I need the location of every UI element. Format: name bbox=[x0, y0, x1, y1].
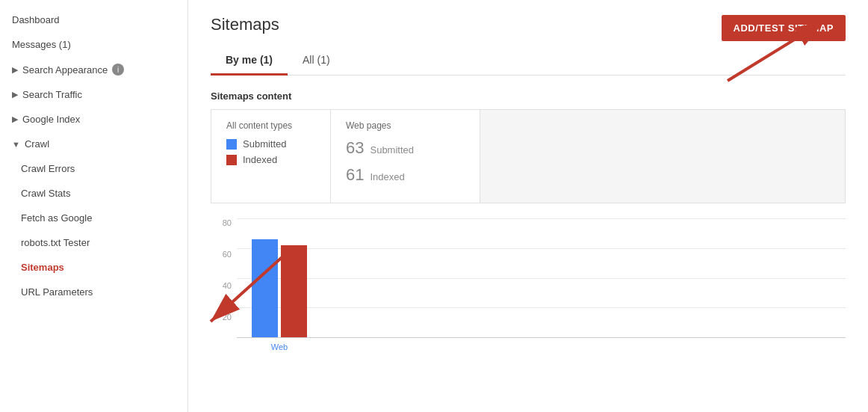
info-icon: i bbox=[112, 64, 124, 76]
main-content: Sitemaps ADD/TEST SITEMAP By me (1) All … bbox=[188, 0, 868, 412]
gridline-60 bbox=[237, 248, 846, 249]
gridline-20 bbox=[237, 307, 846, 308]
chevron-down-icon: ▼ bbox=[12, 140, 20, 149]
sidebar-item-label: Crawl Stats bbox=[21, 188, 70, 199]
add-test-sitemap-button[interactable]: ADD/TEST SITEMAP bbox=[722, 15, 846, 41]
sidebar: Dashboard Messages (1) ▶ Search Appearan… bbox=[0, 0, 188, 412]
content-section-title: Sitemaps content bbox=[211, 90, 846, 102]
y-label-20: 20 bbox=[211, 313, 232, 322]
submitted-stat-label: Submitted bbox=[370, 144, 414, 156]
chevron-right-icon: ▶ bbox=[12, 90, 18, 99]
indexed-stat: 61 Indexed bbox=[346, 165, 465, 185]
sitemaps-content-table: All content types Submitted Indexed Web … bbox=[211, 109, 846, 203]
indexed-stat-label: Indexed bbox=[370, 171, 404, 182]
submitted-color-box bbox=[226, 139, 237, 150]
x-label-web: Web bbox=[252, 342, 307, 351]
indexed-label: Indexed bbox=[243, 154, 277, 165]
chart-area bbox=[237, 218, 846, 338]
sidebar-item-crawl-errors[interactable]: Crawl Errors bbox=[0, 156, 187, 181]
sidebar-item-label: Sitemaps bbox=[21, 262, 64, 273]
bars-group bbox=[252, 239, 307, 337]
sidebar-item-url-parameters[interactable]: URL Parameters bbox=[0, 280, 187, 304]
legend-title: All content types bbox=[226, 120, 315, 131]
indexed-color-box bbox=[226, 155, 237, 165]
tab-all[interactable]: All (1) bbox=[288, 46, 345, 76]
tabs-bar: By me (1) All (1) bbox=[211, 46, 846, 76]
sidebar-item-label: Crawl Errors bbox=[21, 163, 75, 174]
tab-by-me[interactable]: By me (1) bbox=[211, 46, 288, 76]
sidebar-item-label: URL Parameters bbox=[21, 286, 93, 298]
bar-submitted bbox=[252, 239, 278, 337]
chevron-right-icon: ▶ bbox=[12, 114, 18, 124]
sidebar-item-label: Search Traffic bbox=[22, 89, 82, 100]
submitted-count: 63 bbox=[346, 138, 364, 158]
bar-indexed bbox=[281, 245, 307, 337]
submitted-stat: 63 Submitted bbox=[346, 138, 465, 158]
y-label-80: 80 bbox=[211, 218, 232, 227]
sidebar-item-search-appearance[interactable]: ▶ Search Appearance i bbox=[0, 57, 187, 82]
legend-submitted: Submitted bbox=[226, 138, 315, 150]
chart-container: 80 60 40 20 Web bbox=[211, 218, 846, 359]
webpages-title: Web pages bbox=[346, 120, 465, 131]
sidebar-item-label: robots.txt Tester bbox=[21, 237, 90, 248]
indexed-count: 61 bbox=[346, 165, 364, 185]
sidebar-item-search-traffic[interactable]: ▶ Search Traffic bbox=[0, 82, 187, 107]
chart-x-axis: Web bbox=[237, 338, 846, 351]
empty-column bbox=[480, 110, 845, 203]
sidebar-item-sitemaps[interactable]: Sitemaps bbox=[0, 255, 187, 280]
sidebar-item-fetch-as-google[interactable]: Fetch as Google bbox=[0, 206, 187, 230]
sidebar-item-robots-txt[interactable]: robots.txt Tester bbox=[0, 230, 187, 255]
gridline-40 bbox=[237, 278, 846, 279]
sidebar-item-label: Dashboard bbox=[12, 14, 60, 25]
sidebar-item-google-index[interactable]: ▶ Google Index bbox=[0, 107, 187, 132]
legend-indexed: Indexed bbox=[226, 154, 315, 165]
sidebar-item-crawl[interactable]: ▼ Crawl bbox=[0, 132, 187, 156]
legend-column: All content types Submitted Indexed bbox=[211, 110, 331, 203]
sidebar-item-label: Fetch as Google bbox=[21, 212, 92, 224]
sidebar-item-label: Messages (1) bbox=[12, 39, 71, 50]
sidebar-item-label: Search Appearance bbox=[22, 64, 108, 76]
y-label-40: 40 bbox=[211, 281, 232, 290]
sidebar-item-crawl-stats[interactable]: Crawl Stats bbox=[0, 181, 187, 206]
sidebar-item-label: Google Index bbox=[22, 114, 80, 125]
webpages-column: Web pages 63 Submitted 61 Indexed bbox=[331, 110, 480, 203]
chevron-right-icon: ▶ bbox=[12, 65, 18, 75]
y-label-60: 60 bbox=[211, 250, 232, 259]
sidebar-item-messages[interactable]: Messages (1) bbox=[0, 32, 187, 57]
submitted-label: Submitted bbox=[243, 138, 287, 150]
sidebar-item-label: Crawl bbox=[25, 138, 49, 150]
gridline-80 bbox=[237, 218, 846, 219]
sidebar-item-dashboard[interactable]: Dashboard bbox=[0, 7, 187, 32]
chart-y-axis: 80 60 40 20 bbox=[211, 218, 232, 344]
